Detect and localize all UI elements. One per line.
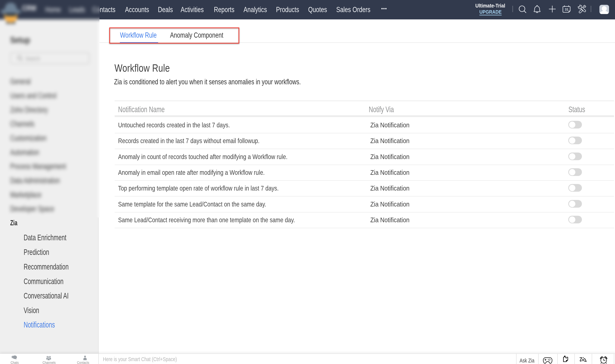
svg-text:31: 31 — [565, 8, 568, 11]
